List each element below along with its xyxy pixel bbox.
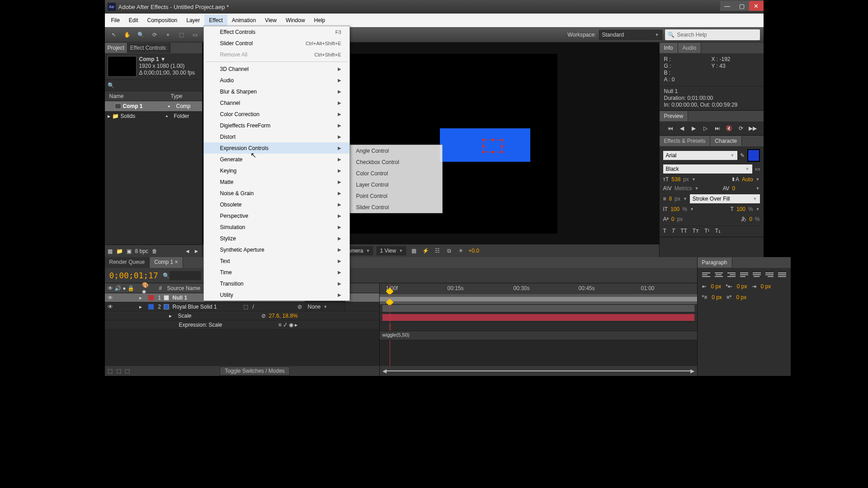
effect-menu-stylize[interactable]: Stylize▶: [204, 233, 349, 244]
menu-composition[interactable]: Composition: [143, 14, 182, 26]
effect-menu-color-correction[interactable]: Color Correction▶: [204, 108, 349, 120]
timeline-ruler[interactable]: 1:00f00:15s00:30s00:45s01:00: [380, 283, 697, 294]
ram-preview-button[interactable]: ▶▶: [749, 125, 757, 131]
indent-left-value[interactable]: 0 px: [711, 283, 722, 290]
timeline-search-icon[interactable]: 🔍: [163, 272, 170, 279]
effect-menu-audio[interactable]: Audio▶: [204, 75, 349, 86]
camera-tool-icon[interactable]: ⌖: [163, 29, 174, 40]
smallcaps-icon[interactable]: Tᴛ: [693, 228, 699, 234]
menu-animation[interactable]: Animation: [227, 14, 260, 26]
tab-timeline-comp[interactable]: Comp 1 ×: [150, 257, 183, 268]
baseline-value[interactable]: 0: [671, 216, 675, 222]
scale-values[interactable]: 27.6, 18.8%: [269, 313, 379, 319]
exposure-reset-icon[interactable]: ☀: [457, 247, 465, 255]
effect-menu-blur-sharpen[interactable]: Blur & Sharpen▶: [204, 86, 349, 97]
effect-menu-obsolete[interactable]: Obsolete▶: [204, 199, 349, 210]
effect-menu-transition[interactable]: Transition▶: [204, 278, 349, 289]
subscript-icon[interactable]: T₁: [715, 228, 721, 234]
flowchart-icon[interactable]: ⧉: [445, 247, 453, 255]
effect-menu-slider-control[interactable]: Slider ControlCtrl+Alt+Shift+E: [204, 38, 349, 49]
submenu-slider-control[interactable]: Slider Control: [350, 202, 442, 213]
project-search[interactable]: 🔍: [105, 80, 202, 91]
tab-effect-controls[interactable]: Effect Controls:: [127, 43, 170, 53]
toggle-switches-button[interactable]: Toggle Switches / Modes: [220, 366, 290, 375]
window-maximize-button[interactable]: ▢: [735, 1, 749, 11]
zoom-tool-icon[interactable]: 🔍: [136, 29, 146, 40]
align-center-icon[interactable]: [715, 272, 723, 279]
layer-row-2[interactable]: 👁▸2Royal Blue Solid 1⬚ / ⊘None ▼: [105, 302, 379, 311]
project-item-solids[interactable]: ▸📁Solids▪Folder: [105, 111, 202, 121]
effect-menu-utility[interactable]: Utility▶: [204, 289, 349, 300]
tab-paragraph[interactable]: Paragraph: [698, 258, 732, 267]
track-bar-null[interactable]: [382, 305, 694, 312]
justify-all-icon[interactable]: [778, 272, 786, 279]
align-left-icon[interactable]: [702, 272, 710, 279]
project-tree[interactable]: Comp 1▪Comp▸📁Solids▪Folder: [105, 101, 202, 244]
fast-preview-icon[interactable]: ⚡: [421, 247, 429, 255]
stroke-swatch-icon[interactable]: ▭: [755, 166, 760, 172]
expression-label[interactable]: Expression: Scale: [177, 322, 222, 328]
tab-effects-presets[interactable]: Effects & Presets: [660, 136, 711, 146]
views-select[interactable]: 1 View▼: [377, 246, 406, 255]
menu-layer[interactable]: Layer: [182, 14, 204, 26]
submenu-color-control[interactable]: Color Control: [350, 168, 442, 179]
expression-controls-submenu[interactable]: Angle ControlCheckbox ControlColor Contr…: [349, 145, 443, 213]
tsume-value[interactable]: 0: [749, 216, 752, 222]
interpret-icon[interactable]: ▦: [108, 248, 113, 254]
workspace-select[interactable]: Standard▼: [599, 30, 662, 40]
effect-menu-time[interactable]: Time▶: [204, 267, 349, 278]
allcaps-icon[interactable]: TT: [680, 228, 687, 234]
faux-bold-icon[interactable]: T: [663, 228, 666, 234]
effect-menu-effect-controls[interactable]: Effect ControlsF3: [204, 26, 349, 38]
toggle-motion-blur-icon[interactable]: ⬚: [125, 368, 130, 374]
justify-center-icon[interactable]: [753, 272, 761, 279]
prev-frame-button[interactable]: ◀: [678, 125, 686, 131]
menu-view[interactable]: View: [260, 14, 281, 26]
effect-menu-perspective[interactable]: Perspective▶: [204, 210, 349, 221]
tab-character[interactable]: Characte: [710, 136, 742, 146]
col-type[interactable]: Type: [159, 93, 195, 99]
bpc-label[interactable]: 8 bpc: [135, 248, 148, 254]
effect-menu-keying[interactable]: Keying▶: [204, 165, 349, 176]
tracking-value[interactable]: 0: [732, 185, 753, 192]
tab-audio[interactable]: Audio: [678, 43, 702, 53]
new-folder-icon[interactable]: 📁: [116, 248, 123, 254]
new-comp-icon[interactable]: ▣: [127, 248, 132, 254]
effect-menu-channel[interactable]: Channel▶: [204, 97, 349, 108]
font-style-select[interactable]: Black▼: [663, 164, 752, 174]
effect-menu-3d-channel[interactable]: 3D Channel▶: [204, 63, 349, 75]
toggle-frame-blend-icon[interactable]: ⬚: [116, 368, 121, 374]
submenu-angle-control[interactable]: Angle Control: [350, 145, 442, 156]
indent-right-value[interactable]: 0 px: [761, 283, 771, 290]
justify-left-icon[interactable]: [740, 272, 748, 279]
tab-info[interactable]: Info: [660, 43, 678, 53]
tab-project[interactable]: Project: [105, 43, 127, 53]
effect-menu-text[interactable]: Text▶: [204, 255, 349, 267]
font-family-select[interactable]: Arial▼: [663, 151, 737, 160]
rotation-tool-icon[interactable]: ⟳: [149, 29, 160, 40]
trash-icon[interactable]: 🗑: [152, 248, 157, 254]
stroke-width-value[interactable]: 8: [669, 196, 672, 202]
window-minimize-button[interactable]: —: [720, 1, 735, 11]
menu-window[interactable]: Window: [281, 14, 310, 26]
track-bar-solid[interactable]: [382, 314, 694, 321]
justify-right-icon[interactable]: [765, 272, 774, 279]
null-layer-preview[interactable]: [483, 140, 502, 152]
hscale-value[interactable]: 100: [736, 206, 745, 212]
mask-tool-icon[interactable]: ▭: [190, 29, 201, 40]
indent-first-value[interactable]: 0 px: [737, 283, 747, 290]
vscale-value[interactable]: 100: [670, 206, 679, 212]
play-button[interactable]: ▶: [690, 125, 698, 131]
search-help-input[interactable]: 🔍 Search Help: [665, 29, 760, 40]
effect-menu-simulation[interactable]: Simulation▶: [204, 221, 349, 233]
effect-menu[interactable]: Effect ControlsF3Slider ControlCtrl+Alt+…: [203, 26, 350, 301]
menu-edit[interactable]: Edit: [124, 14, 143, 26]
stroke-mode-select[interactable]: Stroke Over Fill▼: [690, 194, 760, 203]
effect-menu-noise-grain[interactable]: Noise & Grain▶: [204, 188, 349, 199]
last-frame-button[interactable]: ⏭: [713, 125, 722, 131]
space-before-value[interactable]: 0 px: [712, 294, 722, 300]
effect-menu-matte[interactable]: Matte▶: [204, 176, 349, 188]
submenu-layer-control[interactable]: Layer Control: [350, 179, 442, 190]
mute-button[interactable]: 🔇: [725, 125, 733, 131]
effect-menu-distort[interactable]: Distort▶: [204, 131, 349, 142]
